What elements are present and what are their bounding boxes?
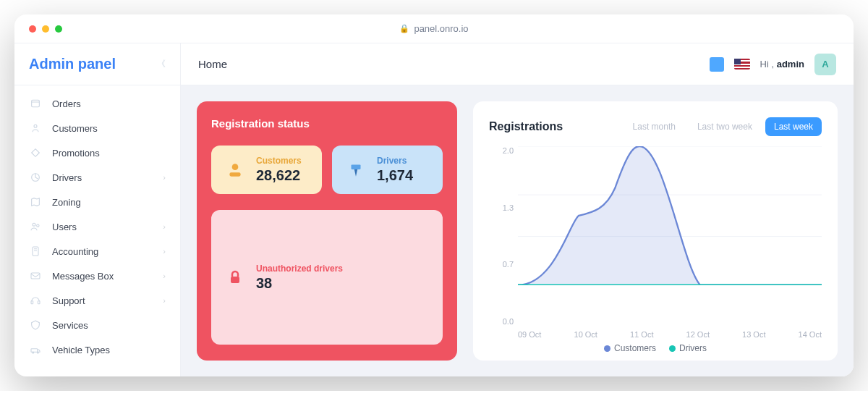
svg-rect-9 <box>31 349 38 353</box>
users-icon <box>29 220 42 233</box>
support-icon <box>29 294 42 307</box>
stat-drivers-label: Drivers <box>377 156 413 166</box>
minimize-window-icon[interactable] <box>42 25 49 33</box>
sidebar-nav: OrdersCustomersPromotionsDrivers›ZoningU… <box>14 85 180 376</box>
sidebar-item-label: Orders <box>52 98 81 109</box>
x-tick-label: 10 Oct <box>574 330 597 339</box>
sidebar-item-services[interactable]: Services <box>14 313 180 337</box>
maximize-window-icon[interactable] <box>55 25 62 33</box>
brand-title: Admin panel <box>29 56 116 72</box>
sidebar-item-support[interactable]: Support› <box>14 288 180 313</box>
accounting-icon <box>29 245 42 258</box>
sidebar-item-orders[interactable]: Orders <box>14 91 180 116</box>
legend-item: Customers <box>604 343 656 353</box>
vehicle-icon <box>29 343 42 356</box>
stat-unauthorized-label: Unauthorized drivers <box>256 264 343 274</box>
svg-point-11 <box>37 352 38 353</box>
sidebar-item-zoning[interactable]: Zoning <box>14 190 180 214</box>
x-tick-label: 14 Oct <box>799 330 822 339</box>
main-area: Home Hi , admin A Registration status <box>181 43 854 376</box>
range-tab-last-week[interactable]: Last week <box>765 117 822 136</box>
greeting-user: admin <box>777 59 804 69</box>
svg-rect-8 <box>38 301 40 304</box>
stat-customers-value: 28,622 <box>256 167 302 184</box>
avatar[interactable]: A <box>814 54 836 75</box>
title-bar: 🔒 panel.onro.io <box>14 14 854 43</box>
legend-item: Drivers <box>669 343 707 353</box>
sidebar-item-promotions[interactable]: Promotions <box>14 140 180 165</box>
sidebar-item-label: Promotions <box>52 148 100 159</box>
chevron-right-icon: › <box>163 271 166 280</box>
y-tick-label: 2.0 <box>489 146 514 155</box>
stat-customers: Customers 28,622 <box>211 146 322 194</box>
driver-icon <box>344 158 368 182</box>
sidebar-item-messages[interactable]: Messages Box› <box>14 264 180 288</box>
registrations-chart-card: Registrations Last monthLast two weekLas… <box>473 101 838 361</box>
svg-rect-15 <box>231 277 239 283</box>
window-controls <box>29 25 62 33</box>
stat-unauthorized: Unauthorized drivers 38 <box>211 210 443 345</box>
services-icon <box>29 319 42 332</box>
stat-drivers: Drivers 1,674 <box>332 146 443 194</box>
svg-point-4 <box>37 224 39 227</box>
address-bar: 🔒 panel.onro.io <box>399 23 468 34</box>
chevron-right-icon: › <box>163 247 166 256</box>
sidebar-item-drivers[interactable]: Drivers› <box>14 165 180 190</box>
sidebar-item-label: Vehicle Types <box>52 345 110 355</box>
svg-rect-7 <box>31 301 33 304</box>
sidebar-item-label: Drivers <box>52 172 82 183</box>
close-window-icon[interactable] <box>29 25 36 33</box>
chevron-right-icon: › <box>163 296 166 305</box>
range-tab-last-two-week[interactable]: Last two week <box>689 117 761 136</box>
svg-rect-5 <box>33 247 38 256</box>
sidebar-item-label: Customers <box>52 123 98 134</box>
y-tick-label: 0.7 <box>489 260 514 269</box>
x-tick-label: 12 Oct <box>686 330 710 339</box>
stat-unauthorized-value: 38 <box>256 275 343 292</box>
range-tab-last-month[interactable]: Last month <box>624 117 684 136</box>
promotions-icon <box>29 146 42 159</box>
language-flag-icon[interactable] <box>734 59 750 69</box>
y-tick-label: 0.0 <box>489 317 514 326</box>
svg-rect-13 <box>229 172 240 176</box>
person-icon <box>223 158 247 182</box>
drivers-icon <box>29 171 42 184</box>
stat-customers-label: Customers <box>256 156 302 166</box>
messages-icon <box>29 269 42 282</box>
x-tick-label: 13 Oct <box>742 330 765 339</box>
svg-point-10 <box>33 352 34 353</box>
sidebar-item-label: Support <box>52 295 85 306</box>
sidebar-item-accounting[interactable]: Accounting› <box>14 239 180 264</box>
lock-icon: 🔒 <box>399 24 409 33</box>
svg-rect-14 <box>352 164 361 169</box>
greeting: Hi , admin <box>760 59 804 69</box>
x-tick-label: 09 Oct <box>518 330 541 339</box>
url-text: panel.onro.io <box>414 23 468 34</box>
sidebar-item-label: Accounting <box>52 246 98 257</box>
svg-rect-6 <box>31 273 40 279</box>
chevron-right-icon: › <box>163 222 166 231</box>
chat-icon[interactable] <box>710 57 724 72</box>
sidebar-header: Admin panel 《 <box>14 43 180 85</box>
y-tick-label: 1.3 <box>489 203 514 212</box>
chevron-right-icon: › <box>163 173 166 182</box>
chart-range-tabs: Last monthLast two weekLast week <box>624 117 822 136</box>
chart-svg <box>518 146 822 285</box>
svg-point-1 <box>34 125 37 127</box>
chart-area: 2.01.30.70.0 09 Oct10 Oct11 Oct12 Oct13 … <box>489 146 822 345</box>
breadcrumb: Home <box>198 58 227 70</box>
collapse-sidebar-icon[interactable]: 《 <box>157 58 166 70</box>
sidebar-item-label: Users <box>52 222 77 232</box>
sidebar-item-label: Messages Box <box>52 271 114 282</box>
sidebar-item-label: Zoning <box>52 197 81 208</box>
sidebar-item-customers[interactable]: Customers <box>14 116 180 140</box>
registration-status-title: Registration status <box>211 117 443 130</box>
orders-icon <box>29 97 42 110</box>
lock-alert-icon <box>223 265 247 290</box>
topbar: Home Hi , admin A <box>181 43 854 85</box>
sidebar-item-vehicle[interactable]: Vehicle Types <box>14 337 180 362</box>
stat-drivers-value: 1,674 <box>377 167 413 184</box>
customers-icon <box>29 122 42 135</box>
sidebar-item-users[interactable]: Users› <box>14 214 180 239</box>
zoning-icon <box>29 195 42 208</box>
